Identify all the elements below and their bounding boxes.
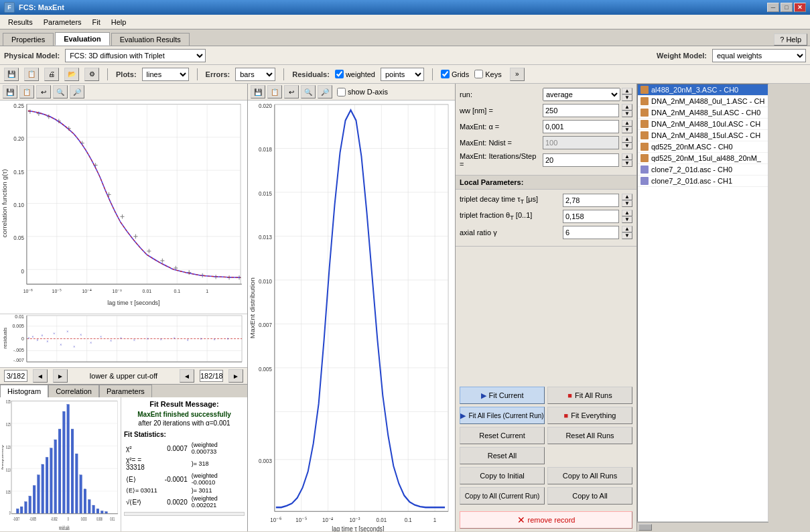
run-spinner[interactable]: ▲ ▼ [622,88,632,101]
maximize-button[interactable]: □ [781,3,793,12]
grids-checkbox[interactable] [441,70,450,78]
weight-model-select[interactable]: equal weights [712,49,806,62]
tab-histogram[interactable]: Histogram [0,385,48,397]
triplet-decay-up-button[interactable]: ▲ [622,194,632,200]
show-d-axis-checkbox[interactable] [337,88,346,96]
alpha-down-button[interactable]: ▼ [622,127,632,133]
axial-ratio-down-button[interactable]: ▼ [622,232,632,239]
ndist-spinner[interactable]: ▲ ▼ [622,136,632,149]
file-item-5[interactable]: qd525_20nM.ASC - CH0 [638,141,768,153]
file-item-0[interactable]: al488_20nM_3.ASC - CH0 [638,84,768,96]
iterations-up-button[interactable]: ▲ [622,153,632,160]
remove-record-button[interactable]: ✕ remove record [460,511,632,529]
file-item-2[interactable]: DNA_2nM_Al488_5ul.ASC - CH0 [638,107,768,119]
maxent-undo-icon[interactable]: ↩ [284,85,299,98]
ww-up-button[interactable]: ▲ [622,104,632,111]
run-up-button[interactable]: ▲ [622,88,632,94]
tab-evaluation-results[interactable]: Evaluation Results [111,33,190,46]
file-list-scrollbar[interactable] [637,522,768,531]
file-item-7[interactable]: clone7_2_01d.asc - CH0 [638,164,768,176]
copy-to-initial-button[interactable]: Copy to Initial [460,467,545,484]
menu-help[interactable]: Help [106,17,132,27]
triplet-decay-spinner[interactable]: ▲ ▼ [622,194,632,207]
ww-input[interactable] [543,104,619,117]
minimize-button[interactable]: ─ [767,3,779,12]
close-button[interactable]: ✕ [794,3,806,12]
triplet-decay-input[interactable] [563,194,619,207]
run-select[interactable]: average [543,88,620,101]
plot-zoomout-icon[interactable]: 🔎 [70,85,84,98]
menu-results[interactable]: Results [3,17,38,27]
maxent-copy-icon[interactable]: 📋 [267,85,282,98]
iterations-down-button[interactable]: ▼ [622,160,632,167]
residuals-type-select[interactable]: points [381,68,424,81]
file-item-1[interactable]: DNA_2nM_Al488_0ul_1.ASC - CH [638,96,768,107]
window-controls[interactable]: ─ □ ✕ [767,3,806,12]
iterations-spinner[interactable]: ▲ ▼ [622,153,632,167]
fit-everything-button[interactable]: ■ Fit Everything [547,407,632,424]
reset-all-runs-button[interactable]: Reset All Runs [547,427,632,444]
help-button[interactable]: ? Help [774,34,807,46]
fit-all-runs-button[interactable]: ■ Fit All Runs [547,387,632,404]
plot-copy-icon[interactable]: 📋 [19,85,34,98]
tab-properties[interactable]: Properties [3,33,54,46]
ww-spinner[interactable]: ▲ ▼ [622,104,632,117]
weighted-checkbox[interactable] [335,70,344,78]
iterations-input[interactable] [543,153,619,167]
plots-select[interactable]: lines [142,68,189,81]
ndist-up-button[interactable]: ▲ [622,136,632,143]
triplet-decay-down-button[interactable]: ▼ [622,200,632,207]
fit-current-button[interactable]: ▶ Fit Current [460,387,545,404]
physical-model-select[interactable]: FCS: 3D diffusion with Triplet [65,49,206,62]
menu-fit[interactable]: Fit [87,17,106,27]
axial-ratio-input[interactable] [563,226,619,239]
toolbar-icon-1[interactable]: 💾 [4,68,19,81]
triplet-fraction-up-button[interactable]: ▲ [622,210,632,216]
tab-parameters[interactable]: Parameters [99,385,152,397]
file-item-3[interactable]: DNA_2nM_Al488_10ul.ASC - CH [638,119,768,130]
plot-zoomin-icon[interactable]: 🔍 [53,85,68,98]
triplet-fraction-spinner[interactable]: ▲ ▼ [622,210,632,223]
nav-end-input[interactable] [200,370,223,382]
tab-evaluation[interactable]: Evaluation [55,32,110,46]
copy-to-all-current-button[interactable]: Copy to All (Current Run) [460,487,545,505]
fit-all-files-button[interactable]: ▶ Fit All Files (Current Run) [460,407,545,424]
copy-to-all-runs-button[interactable]: Copy to All Runs [547,467,632,484]
maxent-zoomin-icon[interactable]: 🔍 [301,85,316,98]
axial-ratio-up-button[interactable]: ▲ [622,226,632,232]
errors-select[interactable]: bars [235,68,275,81]
ndist-input[interactable] [543,136,619,149]
menu-parameters[interactable]: Parameters [38,17,87,27]
alpha-up-button[interactable]: ▲ [622,120,632,127]
toolbar-icon-3[interactable]: 🖨 [44,68,59,81]
fit-results-scrollbar[interactable] [124,512,245,516]
file-item-6[interactable]: qd525_20nM_15ul_al488_20nM_ [638,153,768,164]
toolbar-icon-2[interactable]: 📋 [24,68,39,81]
alpha-spinner[interactable]: ▲ ▼ [622,120,632,133]
file-item-4[interactable]: DNA_2nM_Al488_15ul.ASC - CH [638,130,768,141]
keys-checkbox[interactable] [474,70,483,78]
nav-next-button[interactable]: ► [53,369,68,383]
triplet-fraction-input[interactable] [563,210,619,223]
ww-down-button[interactable]: ▼ [622,111,632,117]
maxent-save-icon[interactable]: 💾 [251,85,265,98]
file-list[interactable]: al488_20nM_3.ASC - CH0 DNA_2nM_Al488_0ul… [637,84,768,522]
maxent-zoomout-icon[interactable]: 🔎 [318,85,332,98]
tab-correlation[interactable]: Correlation [48,385,99,397]
toolbar-icon-4[interactable]: 📂 [64,68,79,81]
reset-all-button[interactable]: Reset All [460,447,545,464]
plot-undo-icon[interactable]: ↩ [36,85,51,98]
nav-end-next-button[interactable]: ► [228,369,243,383]
nav-end-prev-button[interactable]: ◄ [180,369,194,383]
more-options-button[interactable]: » [510,68,525,81]
copy-to-all-button[interactable]: Copy to All [547,487,632,505]
axial-ratio-spinner[interactable]: ▲ ▼ [622,226,632,239]
alpha-input[interactable] [543,120,619,133]
run-down-button[interactable]: ▼ [622,94,632,101]
file-item-8[interactable]: clone7_2_01d.asc - CH1 [638,176,768,187]
nav-current-input[interactable] [4,370,27,382]
toolbar-icon-5[interactable]: ⚙ [84,68,99,81]
reset-current-button[interactable]: Reset Current [460,427,545,444]
scrollbar-thumb[interactable] [638,524,652,531]
nav-prev-button[interactable]: ◄ [33,369,48,383]
